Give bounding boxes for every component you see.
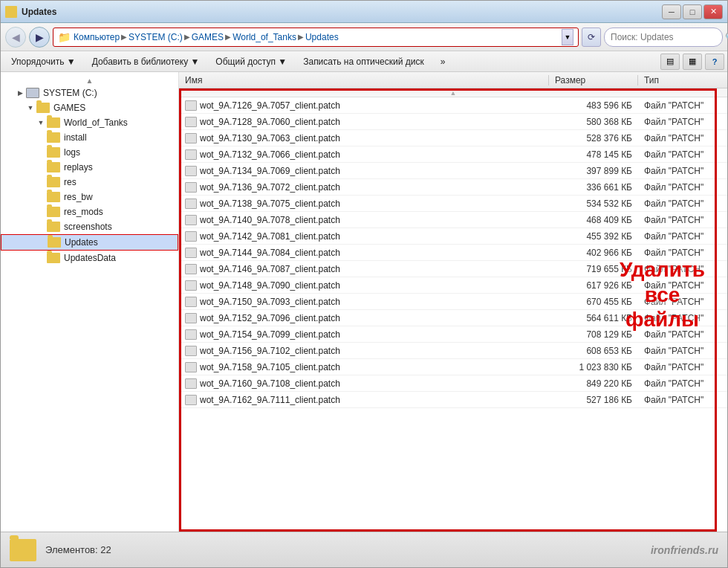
breadcrumb-wot[interactable]: World_of_Tanks xyxy=(233,32,296,42)
sidebar-item-install[interactable]: install xyxy=(1,130,178,145)
table-row[interactable]: wot_9A.7152_9A.7096_client.patch 564 611… xyxy=(179,310,727,326)
table-row[interactable]: wot_9A.7130_9A.7063_client.patch 528 376… xyxy=(179,130,727,146)
file-icon xyxy=(185,133,197,143)
table-row[interactable]: wot_9A.7146_9A.7087_client.patch 719 655… xyxy=(179,261,727,277)
menu-add-library[interactable]: Добавить в библиотеку ▼ xyxy=(85,54,207,69)
file-icon xyxy=(185,395,197,405)
table-row[interactable]: wot_9A.7158_9A.7105_client.patch 1 023 8… xyxy=(179,359,727,375)
window-controls: ─ □ ✕ xyxy=(662,4,723,19)
sidebar-label: SYSTEM (C:) xyxy=(43,88,97,98)
sidebar-item-updates-data[interactable]: UpdatesData xyxy=(1,251,178,265)
close-button[interactable]: ✕ xyxy=(703,4,723,19)
search-input[interactable] xyxy=(611,32,722,42)
file-icon xyxy=(185,329,197,340)
file-icon xyxy=(185,313,197,323)
view-toggle-button[interactable]: ▦ xyxy=(683,54,702,70)
breadcrumb-drive[interactable]: SYSTEM (C:) xyxy=(129,32,183,42)
file-size-cell: 527 186 КБ xyxy=(549,395,638,405)
table-row[interactable]: wot_9A.7142_9A.7081_client.patch 455 392… xyxy=(179,228,727,245)
title-bar: Updates ─ □ ✕ xyxy=(1,1,727,23)
table-row[interactable]: wot_9A.7156_9A.7102_client.patch 608 653… xyxy=(179,343,727,359)
status-bar: Элементов: 22 ironfriends.ru xyxy=(1,532,727,567)
table-row[interactable]: wot_9A.7162_9A.7111_client.patch 527 186… xyxy=(179,392,727,408)
sidebar-item-res[interactable]: res xyxy=(1,175,178,190)
folder-icon xyxy=(47,222,60,232)
file-type-cell: Файл "PATCH" xyxy=(638,182,727,193)
help-button[interactable]: ? xyxy=(705,54,724,70)
address-bar[interactable]: 📁 Компьютер ▶ SYSTEM (C:) ▶ GAMES ▶ Worl… xyxy=(53,28,579,47)
file-name-cell: wot_9A.7128_9A.7060_client.patch xyxy=(179,117,549,127)
sidebar-label: logs xyxy=(64,147,80,158)
breadcrumb-updates[interactable]: Updates xyxy=(305,32,339,42)
file-size-cell: 617 926 КБ xyxy=(549,280,638,291)
file-name-text: wot_9A.7146_9A.7087_client.patch xyxy=(200,264,340,274)
file-name-cell: wot_9A.7152_9A.7096_client.patch xyxy=(179,313,549,323)
file-type-cell: Файл "PATCH" xyxy=(638,133,727,143)
file-size-cell: 608 653 КБ xyxy=(549,346,638,356)
table-row[interactable]: wot_9A.7132_9A.7066_client.patch 478 145… xyxy=(179,146,727,163)
table-row[interactable]: wot_9A.7160_9A.7108_client.patch 849 220… xyxy=(179,375,727,392)
back-button[interactable]: ◀ xyxy=(5,27,26,48)
file-name-cell: wot_9A.7126_9A.7057_client.patch xyxy=(179,100,549,111)
sidebar-item-updates[interactable]: Updates xyxy=(1,234,178,251)
sidebar-item-res-bw[interactable]: res_bw xyxy=(1,190,178,204)
file-size-cell: 468 409 КБ xyxy=(549,215,638,225)
maximize-button[interactable]: □ xyxy=(683,4,702,19)
file-type-cell: Файл "PATCH" xyxy=(638,264,727,274)
sidebar-scroll-up[interactable]: ▲ xyxy=(1,75,178,85)
file-type-cell: Файл "PATCH" xyxy=(638,215,727,225)
table-row[interactable]: wot_9A.7136_9A.7072_client.patch 336 661… xyxy=(179,179,727,196)
forward-button[interactable]: ▶ xyxy=(29,27,50,48)
table-row[interactable]: wot_9A.7134_9A.7069_client.patch 397 899… xyxy=(179,163,727,179)
breadcrumb-computer[interactable]: Компьютер xyxy=(74,32,120,42)
table-row[interactable]: wot_9A.7138_9A.7075_client.patch 534 532… xyxy=(179,196,727,212)
search-icon[interactable]: 🔍 xyxy=(725,32,728,42)
sidebar-item-screenshots[interactable]: screenshots xyxy=(1,219,178,234)
sidebar-item-res-mods[interactable]: res_mods xyxy=(1,204,178,219)
file-size-cell: 719 655 КБ xyxy=(549,264,638,274)
nav-toolbar: ◀ ▶ 📁 Компьютер ▶ SYSTEM (C:) ▶ GAMES ▶ … xyxy=(1,23,727,51)
menu-more[interactable]: » xyxy=(433,54,453,69)
breadcrumb-games[interactable]: GAMES xyxy=(192,32,224,42)
sidebar-item-logs[interactable]: logs xyxy=(1,145,178,160)
menu-organize[interactable]: Упорядочить ▼ xyxy=(4,54,83,69)
address-dropdown-button[interactable]: ▼ xyxy=(562,29,573,45)
table-row[interactable]: wot_9A.7150_9A.7093_client.patch 670 455… xyxy=(179,294,727,310)
sidebar-item-system-c[interactable]: ▶ SYSTEM (C:) xyxy=(1,85,178,100)
table-row[interactable]: wot_9A.7144_9A.7084_client.patch 402 966… xyxy=(179,245,727,261)
file-type-cell: Файл "PATCH" xyxy=(638,346,727,356)
file-size-cell: 1 023 830 КБ xyxy=(549,362,638,372)
file-name-text: wot_9A.7134_9A.7069_client.patch xyxy=(200,166,340,176)
menu-burn[interactable]: Записать на оптический диск xyxy=(296,54,432,69)
search-box[interactable]: 🔍 xyxy=(604,28,723,47)
menu-bar: Упорядочить ▼ Добавить в библиотеку ▼ Об… xyxy=(1,51,727,72)
col-header-type[interactable]: Тип xyxy=(638,75,727,85)
table-row[interactable]: wot_9A.7128_9A.7060_client.patch 580 368… xyxy=(179,114,727,130)
menu-share[interactable]: Общий доступ ▼ xyxy=(208,54,294,69)
file-type-cell: Файл "PATCH" xyxy=(638,362,727,372)
arrow-icon: ▶ xyxy=(16,88,25,97)
sidebar-item-wot[interactable]: ▼ World_of_Tanks xyxy=(1,115,178,130)
table-row[interactable]: wot_9A.7140_9A.7078_client.patch 468 409… xyxy=(179,212,727,228)
sidebar-item-replays[interactable]: replays xyxy=(1,160,178,175)
file-list-header: Имя Размер Тип xyxy=(179,72,727,88)
folder-icon xyxy=(48,237,61,248)
table-row[interactable]: wot_9A.7148_9A.7090_client.patch 617 926… xyxy=(179,277,727,294)
status-folder-icon xyxy=(10,539,36,561)
view-details-button[interactable]: ▤ xyxy=(660,54,680,70)
sidebar-item-games[interactable]: ▼ GAMES xyxy=(1,100,178,115)
sidebar-label: res_mods xyxy=(64,207,103,217)
arrow-icon: ▼ xyxy=(26,103,35,112)
col-header-size[interactable]: Размер xyxy=(549,75,638,85)
file-name-cell: wot_9A.7140_9A.7078_client.patch xyxy=(179,215,549,225)
minimize-button[interactable]: ─ xyxy=(662,4,681,19)
folder-icon xyxy=(47,192,60,202)
file-size-cell: 478 145 КБ xyxy=(549,149,638,160)
file-name-text: wot_9A.7142_9A.7081_client.patch xyxy=(200,231,340,242)
refresh-button[interactable]: ⟳ xyxy=(582,28,601,47)
table-row[interactable]: wot_9A.7154_9A.7099_client.patch 708 129… xyxy=(179,326,727,343)
table-row[interactable]: wot_9A.7126_9A.7057_client.patch 483 596… xyxy=(179,97,727,114)
col-header-name[interactable]: Имя xyxy=(179,75,549,85)
sidebar-label: install xyxy=(64,132,87,143)
file-type-cell: Файл "PATCH" xyxy=(638,199,727,209)
